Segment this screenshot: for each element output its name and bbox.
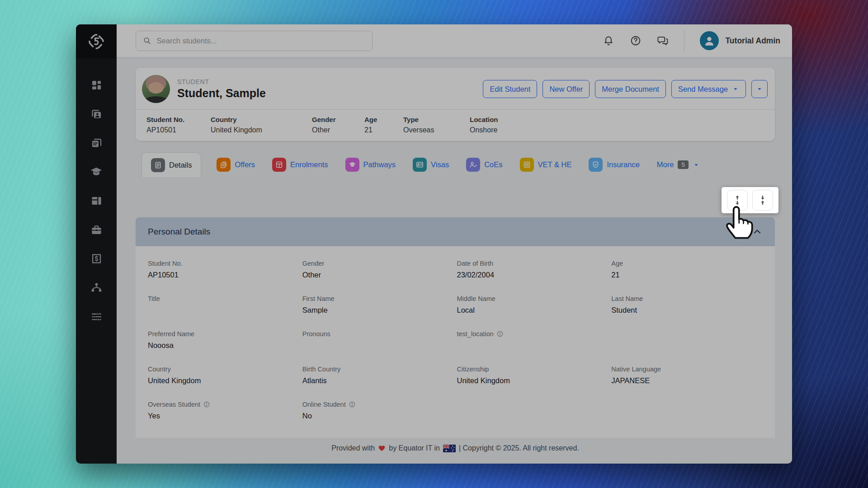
help-icon[interactable] xyxy=(630,35,642,47)
search-box[interactable] xyxy=(136,31,373,51)
expand-all-button[interactable] xyxy=(727,190,748,211)
footer-text-2: by Equator IT in xyxy=(389,444,440,452)
field-value: Student xyxy=(611,306,758,314)
id-card-icon xyxy=(413,158,427,172)
send-message-button[interactable]: Send Message xyxy=(671,80,746,98)
stat-label: Gender xyxy=(312,116,364,123)
tab-vet-he[interactable]: VET & HE xyxy=(518,152,574,177)
caret-down-icon xyxy=(756,85,763,93)
edit-student-button[interactable]: Edit Student xyxy=(483,80,537,98)
student-kicker: STUDENT xyxy=(177,78,266,85)
sidebar-item-offers[interactable] xyxy=(89,135,104,150)
australia-flag-icon xyxy=(443,445,456,452)
field-value: 23/02/2004 xyxy=(457,271,604,279)
student-photo xyxy=(142,75,170,103)
tab-coes[interactable]: CoEs xyxy=(464,152,504,177)
student-header-card: STUDENT Student, Sample Edit StudentNew … xyxy=(136,68,775,141)
user-avatar-icon xyxy=(700,31,719,50)
sidebar-item-dashboard[interactable] xyxy=(89,77,104,93)
field-cell: Student No.AP10501 xyxy=(148,260,302,283)
footer: Provided with by Equator IT in xyxy=(136,444,775,458)
field-value: Other xyxy=(302,271,449,279)
field-value: Atlantis xyxy=(302,376,449,385)
stat-value: 21 xyxy=(364,126,403,134)
field-label: Online Student xyxy=(302,401,449,408)
personal-details-panel-header[interactable]: Personal Details xyxy=(136,217,775,246)
graduation-cap-icon xyxy=(90,165,103,178)
collapse-all-button[interactable] xyxy=(752,190,773,211)
sidebar-item-settings[interactable] xyxy=(89,309,104,324)
field-value: Local xyxy=(457,306,604,314)
stat-value: United Kingdom xyxy=(211,126,312,134)
field-label: test_location xyxy=(457,330,604,338)
sidebar-item-finance[interactable] xyxy=(89,251,104,266)
expand-all-icon xyxy=(732,195,743,206)
field-label: Birth Country xyxy=(302,366,449,373)
field-cell: Overseas StudentYes xyxy=(148,401,302,424)
messages-chat-icon[interactable] xyxy=(657,35,669,47)
tab-more[interactable]: More5 xyxy=(655,152,702,177)
topbar: Tutorial Admin xyxy=(117,24,792,58)
field-label: Date of Birth xyxy=(457,260,604,267)
field-cell: Native LanguageJAPANESE xyxy=(611,366,766,389)
notifications-bell-icon[interactable] xyxy=(603,35,614,47)
field-cell: Preferred NameNooosa xyxy=(148,330,302,354)
field-cell xyxy=(611,330,766,354)
caret-down-icon xyxy=(693,161,700,169)
stat-label: Age xyxy=(364,116,403,123)
sidebar-item-courses[interactable] xyxy=(89,164,104,179)
field-value: AP10501 xyxy=(148,271,294,279)
field-label: Last Name xyxy=(611,295,758,302)
field-value: Nooosa xyxy=(148,341,294,350)
student-title-block: STUDENT Student, Sample xyxy=(177,78,266,100)
field-value: United Kingdom xyxy=(457,376,604,385)
field-label: First Name xyxy=(302,295,449,302)
student-action-buttons: Edit StudentNew OfferMerge DocumentSend … xyxy=(483,80,768,98)
field-label: Preferred Name xyxy=(148,330,294,338)
tab-details[interactable]: Details xyxy=(142,152,201,177)
student-name: Student, Sample xyxy=(177,87,266,100)
more-actions-button[interactable] xyxy=(751,80,768,98)
stat-item: LocationOnshore xyxy=(470,116,764,134)
sidebar-item-agents[interactable] xyxy=(89,280,104,295)
tab-visas[interactable]: Visas xyxy=(411,152,451,177)
field-label: Native Language xyxy=(611,366,758,373)
new-offer-button[interactable]: New Offer xyxy=(542,80,590,98)
contacts-icon xyxy=(90,108,103,120)
topbar-right: Tutorial Admin xyxy=(603,30,780,51)
field-cell: Pronouns xyxy=(302,330,457,354)
tab-pathways[interactable]: Pathways xyxy=(344,152,398,177)
field-value: 21 xyxy=(611,271,758,279)
footer-text-1: Provided with xyxy=(331,444,375,452)
app-window: Tutorial Admin STUDENT Student, Sample E… xyxy=(76,24,792,464)
user-menu[interactable]: Tutorial Admin xyxy=(700,31,780,50)
doc-copy-icon xyxy=(217,158,231,172)
columns-icon xyxy=(520,158,534,172)
sidebar-item-services[interactable] xyxy=(89,222,104,237)
merge-document-button[interactable]: Merge Document xyxy=(595,80,666,98)
briefcase-icon xyxy=(90,224,103,236)
chevron-up-icon[interactable] xyxy=(752,226,763,237)
tab-offers[interactable]: Offers xyxy=(215,152,257,177)
sidebar-item-students[interactable] xyxy=(89,106,104,122)
topbar-divider xyxy=(684,30,684,51)
field-value: JAPANESE xyxy=(611,376,758,385)
field-cell: CountryUnited Kingdom xyxy=(148,366,302,389)
caret-down-icon xyxy=(732,85,739,93)
search-icon xyxy=(142,36,152,46)
network-icon xyxy=(90,282,103,294)
search-input[interactable] xyxy=(157,37,366,45)
stat-value: AP10501 xyxy=(146,126,211,134)
field-cell: Title xyxy=(148,295,302,319)
field-cell: First NameSample xyxy=(302,295,457,319)
field-label: Student No. xyxy=(148,260,294,267)
stat-item: CountryUnited Kingdom xyxy=(211,116,312,134)
stat-value: Other xyxy=(312,126,364,134)
student-header-top: STUDENT Student, Sample Edit StudentNew … xyxy=(136,68,775,109)
field-cell: Middle NameLocal xyxy=(457,295,612,319)
stat-item: TypeOverseas xyxy=(403,116,470,134)
sidebar-item-classes[interactable] xyxy=(89,193,104,208)
tab-insurance[interactable]: Insurance xyxy=(587,152,641,177)
app-logo[interactable] xyxy=(76,24,117,58)
tab-enrolments[interactable]: Enrolments xyxy=(270,152,330,177)
